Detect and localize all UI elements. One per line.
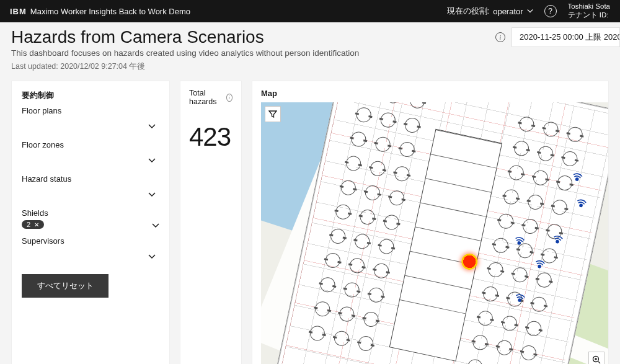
map-title: Map [261, 89, 608, 98]
stat-value: 423 [189, 122, 232, 152]
map-filter-button[interactable] [265, 106, 281, 122]
filter-label: Hazard status [22, 174, 159, 184]
info-icon[interactable]: i [226, 94, 232, 102]
help-icon[interactable]: ? [544, 5, 557, 17]
beacon-icon[interactable] [551, 233, 565, 248]
filter-panel: 要約制御 Floor plans Floor zones Hazard stat… [11, 81, 170, 364]
filter-label: Floor plans [22, 106, 159, 115]
total-hazards-card: Total hazards i 423 [180, 81, 242, 364]
svg-point-1 [580, 204, 583, 207]
chevron-down-icon [148, 156, 156, 163]
date-range-picker[interactable]: 2020-11-25 00:00 上限 2020-12- [512, 27, 620, 47]
svg-point-3 [518, 242, 521, 245]
page-title: Hazards from Camera Scenarios [11, 27, 359, 47]
beacon-icon[interactable] [533, 258, 547, 273]
beacon-icon[interactable] [512, 234, 527, 249]
ibm-logo: IBM [10, 7, 27, 16]
filter-hazard-status[interactable]: Hazard status [22, 174, 159, 201]
user-name: Toshiaki Sota [568, 2, 610, 11]
filter-label: Supervisors [22, 236, 159, 246]
filter-label: Floor zones [22, 140, 159, 149]
chevron-down-icon [148, 190, 156, 197]
page-subtitle: This dashboard focuses on hazards create… [11, 48, 359, 58]
beacon-icon[interactable] [513, 291, 528, 306]
close-icon[interactable]: ✕ [34, 221, 39, 228]
chevron-down-icon [148, 252, 156, 259]
zoom-in-button[interactable] [588, 352, 604, 364]
info-icon[interactable]: i [495, 32, 505, 42]
filter-group-title: 要約制御 [22, 90, 159, 101]
reset-all-button[interactable]: すべてリセット [22, 274, 108, 298]
stat-title: Total hazards [189, 89, 224, 106]
svg-point-4 [538, 265, 541, 268]
svg-point-5 [518, 299, 521, 302]
filter-floor-plans[interactable]: Floor plans [22, 106, 159, 133]
chevron-down-icon [148, 122, 156, 129]
filter-label: Shields [22, 208, 159, 218]
role-label: 現在の役割: [447, 6, 490, 17]
svg-line-7 [598, 362, 600, 363]
user-info[interactable]: Toshiaki Sota テナント ID: [568, 2, 610, 20]
page-body: i 2020-11-25 00:00 上限 2020-12- Hazards f… [0, 22, 620, 364]
tenant-label: テナント ID: [568, 11, 610, 20]
product-title: Maximo Worker Insights Back to Work Demo [30, 7, 190, 16]
map-card: Map [252, 81, 609, 364]
role-value: operator [493, 7, 523, 16]
map-viewport[interactable] [261, 102, 608, 364]
top-bar: IBM Maximo Worker Insights Back to Work … [0, 0, 620, 22]
dashboard-grid: 要約制御 Floor plans Floor zones Hazard stat… [11, 81, 609, 364]
last-updated: Last updated: 2020/12/02 9:27:04 午後 [11, 61, 359, 72]
filter-chip-shields[interactable]: 2 ✕ [22, 220, 44, 229]
beacon-icon[interactable] [574, 197, 589, 211]
svg-point-0 [575, 178, 578, 181]
role-switcher[interactable]: 現在の役割: operator [447, 6, 533, 17]
svg-point-2 [556, 240, 559, 243]
filter-shields[interactable]: Shields 2 ✕ [22, 208, 159, 229]
chip-count: 2 [27, 221, 30, 228]
beacon-icon[interactable] [570, 171, 585, 185]
filter-supervisors[interactable]: Supervisors [22, 236, 159, 263]
magnifier-plus-icon [592, 355, 601, 364]
chevron-down-icon [527, 8, 533, 14]
filter-icon [268, 110, 277, 118]
filter-floor-zones[interactable]: Floor zones [22, 140, 159, 167]
chevron-down-icon [152, 221, 159, 228]
date-range-row: i 2020-11-25 00:00 上限 2020-12- [495, 27, 620, 47]
